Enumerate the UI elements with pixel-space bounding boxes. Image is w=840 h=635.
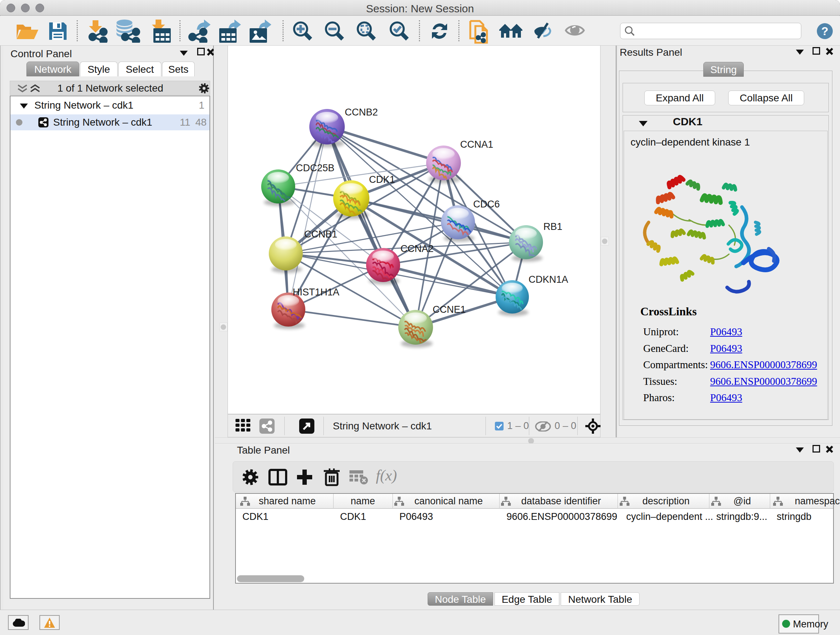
- svg-text:CDK1: CDK1: [369, 174, 395, 185]
- svg-text:CDC6: CDC6: [473, 199, 500, 210]
- svg-text:?: ?: [821, 25, 829, 38]
- svg-text:CCNE1: CCNE1: [433, 304, 466, 315]
- svg-text:CCNA2: CCNA2: [401, 243, 434, 254]
- svg-text:RB1: RB1: [543, 221, 562, 232]
- svg-text:CCNA1: CCNA1: [460, 139, 493, 150]
- svg-text:CCNB1: CCNB1: [304, 229, 338, 240]
- svg-text:HIST1H1A: HIST1H1A: [293, 287, 339, 298]
- svg-text:CDC25B: CDC25B: [296, 163, 335, 173]
- svg-text:CCNB2: CCNB2: [345, 107, 378, 118]
- svg-text:CDKN1A: CDKN1A: [529, 274, 568, 285]
